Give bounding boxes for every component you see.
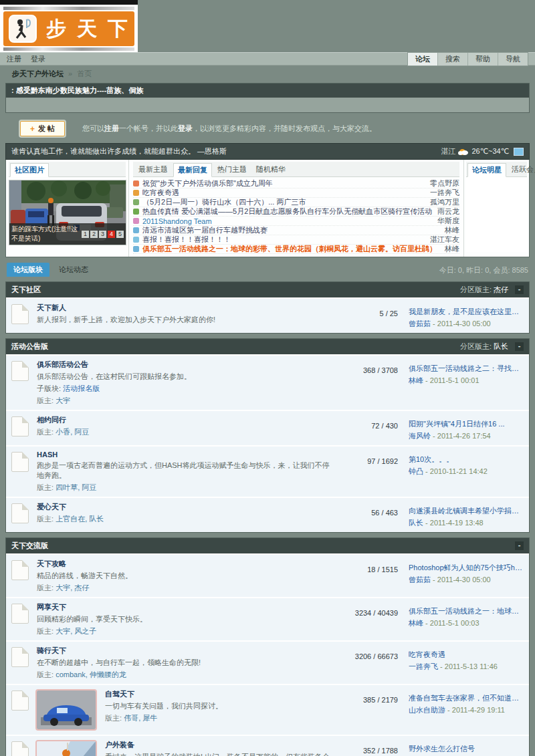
topic-last-user[interactable]: 孤鸿万里 xyxy=(430,198,459,207)
topic-title[interactable]: 喜报！喜报！！喜报！！！ xyxy=(142,235,425,245)
collapse-button[interactable]: - xyxy=(515,342,524,351)
collapse-button[interactable]: - xyxy=(515,541,524,550)
forum-name[interactable]: 相约同行 xyxy=(37,415,334,425)
lastpost-user[interactable]: 林峰 xyxy=(409,619,423,627)
moderator-name[interactable]: 杰仔 xyxy=(494,285,508,293)
lastpost-user[interactable]: 队长 xyxy=(409,519,423,527)
car-photo-thumbnail[interactable] xyxy=(35,689,97,731)
lastpost-title[interactable]: Photoshop鲜为人知的75个技巧htt ... xyxy=(409,563,522,573)
topic-last-user[interactable]: 一路奔飞 xyxy=(430,188,459,198)
forum-name[interactable]: 户外装备 xyxy=(105,740,334,750)
forum-name[interactable]: 网享天下 xyxy=(37,602,334,612)
gallery-page-1[interactable]: 1 xyxy=(82,231,89,238)
moderator-names[interactable]: 上官自在, 队长 xyxy=(56,515,104,523)
topic-title[interactable]: 吃宵夜奇遇 xyxy=(142,188,425,198)
topic-last-user[interactable]: 雨云龙 xyxy=(437,207,459,217)
auth-link-1[interactable]: 登录 xyxy=(31,55,45,63)
moderator-name[interactable]: 队长 xyxy=(494,342,508,350)
forum-subforum: 子版块: 活动报名版 xyxy=(37,384,334,394)
lastpost-title[interactable]: 向遂溪县岭北镇调丰希望小学捐赠 ... xyxy=(409,506,522,516)
moderator-names[interactable]: 大宇, 杰仔 xyxy=(56,584,89,592)
section-title[interactable]: 天下交流版 xyxy=(11,541,48,551)
gallery-page-3[interactable]: 3 xyxy=(99,231,106,238)
login-link[interactable]: 登录 xyxy=(178,124,193,132)
site-logo[interactable]: 步天下 xyxy=(3,11,134,46)
lastpost-title[interactable]: 俱乐部五一活动线路之一：地球的 ... xyxy=(409,606,522,616)
lastpost-user[interactable]: 林峰 xyxy=(409,376,423,384)
subforum-link[interactable]: 活动报名版 xyxy=(63,384,100,392)
topic-title[interactable]: 祝贺"步天下户外活动俱乐部"成立九周年 xyxy=(142,179,425,188)
gallery-page-2[interactable]: 2 xyxy=(90,231,98,238)
announcement-title[interactable]: : 感受黔东南少数民族魅力----苗族、侗族 xyxy=(6,84,529,98)
breadcrumb-root[interactable]: 步天下户外论坛 xyxy=(12,70,64,78)
nav-tab-帮助[interactable]: 帮助 xyxy=(467,53,498,66)
topic-last-user[interactable]: 林峰 xyxy=(445,226,459,235)
register-link[interactable]: 注册 xyxy=(104,124,119,132)
new-post-button[interactable]: + 发 帖 xyxy=(20,121,65,136)
auth-link-0[interactable]: 注册 xyxy=(7,55,21,63)
lastpost-title[interactable]: 阳朔"兴坪镇"4月1日结伴16 ... xyxy=(409,419,522,429)
moderator-names[interactable]: 伟哥, 犀牛 xyxy=(124,714,157,722)
collapse-button[interactable]: - xyxy=(515,285,524,294)
lastpost-title[interactable]: 野外求生怎么打信号 xyxy=(409,744,522,754)
topic-last-user[interactable]: 湛江车友 xyxy=(430,235,459,245)
photo-caption-strip: 新的踩车方式(注意!!这不是笑话) 12345 xyxy=(9,223,126,245)
lastpost-meta: 曾茹茹 - 2011-4-30 05:00 xyxy=(409,575,522,585)
topic-title[interactable]: （5月2日—周一）骑行山水（四十六）... 两广三市 xyxy=(142,198,425,207)
topic-tab-2[interactable]: 热门主题 xyxy=(213,163,251,176)
nav-tab-论坛[interactable]: 论坛 xyxy=(408,53,437,66)
lastpost-title[interactable]: 我是新朋友，是不是应该在这里报 ... xyxy=(409,307,522,317)
topic-title[interactable]: 热血传真情 爱心满湛城——5月2日献血志愿服务队自行车分队无偿献血市区骑行宣传活… xyxy=(142,207,432,217)
weather-widget[interactable]: 湛江 26℃~34℃ xyxy=(441,146,524,156)
lastpost-title[interactable]: 吃宵夜奇遇 xyxy=(409,650,522,660)
forum-stats-line: 368 / 3708 xyxy=(342,366,398,374)
moderator-names[interactable]: 大宇 xyxy=(56,396,70,404)
topic-tab-1[interactable]: 最新回复 xyxy=(173,163,212,177)
lastpost-user[interactable]: 钟凸 xyxy=(409,467,423,475)
lastpost-title[interactable]: 第10次。。。 xyxy=(409,455,522,465)
moderator-names[interactable]: 大宇, 风之子 xyxy=(56,627,96,635)
lastpost-user[interactable]: 曾茹茹 xyxy=(409,320,431,328)
lastpost-user[interactable]: 山水自助游 xyxy=(409,706,445,714)
nav-tab-导航[interactable]: 导航 xyxy=(498,53,528,66)
climber-photo-thumbnail[interactable] xyxy=(35,740,97,756)
forum-name[interactable]: 骑行天下 xyxy=(37,646,334,656)
tab-community-pictures[interactable]: 社区图片 xyxy=(10,163,49,177)
star-tab-0[interactable]: 论坛明星 xyxy=(467,163,506,177)
forum-name[interactable]: 俱乐部活动公告 xyxy=(37,360,334,370)
topic-last-user[interactable]: 林峰 xyxy=(445,245,459,254)
topic-tab-0[interactable]: 最新主题 xyxy=(134,163,172,176)
forum-row: 爱心天下版主: 上官自在, 队长56 / 463向遂溪县岭北镇调丰希望小学捐赠 … xyxy=(6,497,529,532)
nav-tab-搜索[interactable]: 搜索 xyxy=(437,53,467,66)
topic-title[interactable]: 俱乐部五一活动线路之一：地球的彩带、世界的花园（刺桐凤花，避山云雾。访百里杜鹃） xyxy=(142,245,439,254)
forum-name[interactable]: 天下攻略 xyxy=(37,559,334,569)
topic-title[interactable]: 清远市清城区第一届自行车越野挑战赛 xyxy=(142,226,439,235)
lastpost-user[interactable]: 海风铃 xyxy=(409,432,431,440)
forum-name[interactable]: 爱心天下 xyxy=(37,502,334,512)
lastpost-user[interactable]: 曾茹茹 xyxy=(409,576,431,584)
topic-title[interactable]: 2011Shandong Team xyxy=(142,217,432,225)
topic-last-user[interactable]: 零点野原 xyxy=(430,179,459,188)
topic-tab-3[interactable]: 随机精华 xyxy=(252,163,290,176)
gallery-page-4[interactable]: 4 xyxy=(108,231,115,238)
moderator-names[interactable]: 四叶草, 阿豆 xyxy=(56,483,96,491)
weather-config-icon[interactable] xyxy=(514,148,524,156)
moderators-label: 版主: xyxy=(37,670,56,678)
forum-name[interactable]: HASH xyxy=(37,451,334,459)
forum-name[interactable]: 自驾天下 xyxy=(105,689,334,699)
board-tab-0[interactable]: 论坛版块 xyxy=(7,263,49,277)
gallery-page-5[interactable]: 5 xyxy=(116,231,124,238)
moderator-names[interactable]: combank, 伸懒腰的龙 xyxy=(56,670,126,678)
section-moderator: 分区版主: 杰仔 xyxy=(460,285,508,295)
moderator-names[interactable]: 小香, 阿豆 xyxy=(56,428,89,436)
lastpost-user[interactable]: 一路奔飞 xyxy=(409,662,438,670)
section-title[interactable]: 天下社区 xyxy=(11,285,41,295)
lastpost-title[interactable]: 俱乐部五一活动线路之二：寻找传 ... xyxy=(409,364,522,374)
gallery-photo[interactable]: 新的踩车方式(注意!!这不是笑话) 12345 xyxy=(9,180,126,245)
star-tab-1[interactable]: 活跃会员 xyxy=(508,163,535,176)
topic-last-user[interactable]: 华斯度 xyxy=(437,217,459,226)
forum-name[interactable]: 天下新人 xyxy=(37,303,334,313)
section-title[interactable]: 活动公告版 xyxy=(11,342,48,352)
lastpost-title[interactable]: 准备自驾车去张家界，但不知道张 ... xyxy=(409,693,522,703)
board-tab-1[interactable]: 论坛动态 xyxy=(52,263,95,277)
